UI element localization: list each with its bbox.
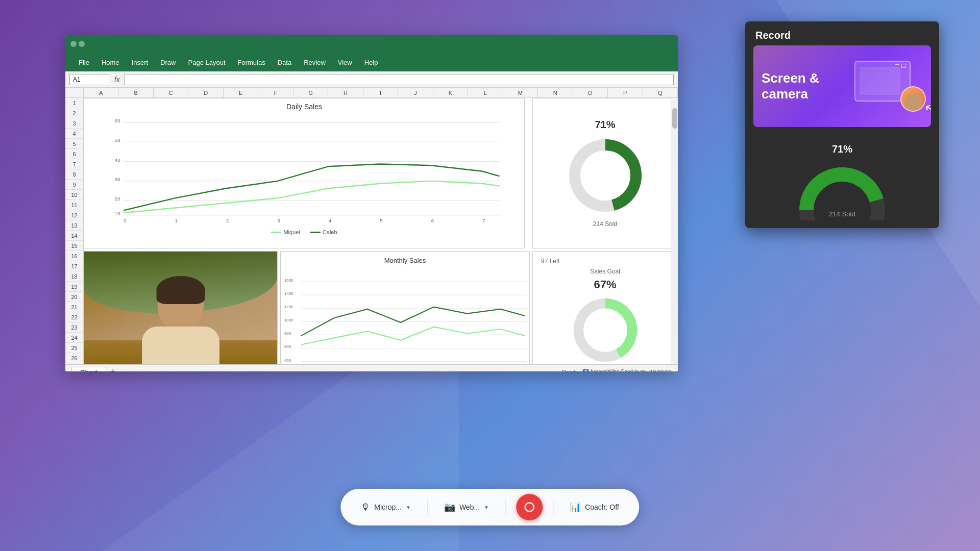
- toolbar-divider-1: [427, 499, 428, 515]
- sheet-tab-chart[interactable]: Chart: [71, 367, 106, 372]
- mockup-maximize: [901, 64, 905, 68]
- coach-icon: 📊: [570, 502, 581, 513]
- col-header-k: K: [433, 88, 468, 97]
- titlebar-dot-2: [79, 41, 85, 47]
- menu-pagelayout[interactable]: Page Layout: [183, 57, 231, 68]
- microphone-dropdown-arrow: ▼: [406, 505, 411, 510]
- mockup-screen-inner: [860, 67, 900, 95]
- col-header-h: H: [328, 88, 363, 97]
- menu-draw[interactable]: Draw: [155, 57, 181, 68]
- bottom-donut-percent: 67%: [594, 278, 616, 291]
- cell-reference-box[interactable]: A1: [69, 74, 110, 85]
- svg-text:4: 4: [329, 218, 332, 223]
- date-display: 10/20/21: [650, 369, 672, 372]
- menu-view[interactable]: View: [333, 57, 357, 68]
- record-button-inner: [524, 502, 534, 512]
- legend-color-miguel: [271, 232, 281, 233]
- record-panel: Record Screen & camera ↖ 71%: [745, 21, 939, 228]
- top-right-donut-area: 71% 214 Sold: [532, 98, 678, 248]
- row-14: 14: [65, 231, 83, 241]
- vertical-scrollbar[interactable]: [671, 98, 678, 371]
- menu-data[interactable]: Data: [273, 57, 297, 68]
- row-4: 4: [65, 129, 83, 139]
- col-header-b: B: [118, 88, 153, 97]
- row-25: 25: [65, 343, 83, 353]
- microphone-label: Microp...: [374, 503, 402, 511]
- recording-toolbar: 🎙 Microp... ▼ 📷 Web... ▼ 📊 Coach: Off: [340, 489, 639, 525]
- scrollbar-thumb[interactable]: [672, 108, 677, 129]
- legend-caleb: Caleb: [310, 229, 337, 235]
- formula-icon: fx: [114, 76, 120, 84]
- svg-text:1400: 1400: [284, 291, 293, 296]
- legend-label-miguel: Miguel: [283, 229, 300, 235]
- mockup-person-icon: [904, 93, 922, 112]
- col-header-i: I: [363, 88, 398, 97]
- card-mockup-illustration: [854, 61, 926, 112]
- col-header-a: A: [84, 88, 118, 97]
- sheet-tab-bar: Chart + Ready ♿ Accessibility: Good to g…: [65, 364, 678, 371]
- excel-menubar: File Home Insert Draw Page Layout Formul…: [65, 53, 678, 71]
- svg-text:60: 60: [115, 118, 120, 123]
- sales-goal-label: Sales Goal: [590, 268, 620, 275]
- webcam-label: Web...: [459, 503, 480, 511]
- row-5: 5: [65, 139, 83, 149]
- svg-text:800: 800: [284, 331, 291, 336]
- menu-help[interactable]: Help: [359, 57, 383, 68]
- svg-text:10: 10: [115, 211, 120, 216]
- svg-text:30: 30: [115, 177, 120, 182]
- coach-button[interactable]: 📊 Coach: Off: [564, 498, 625, 516]
- svg-text:3: 3: [277, 218, 280, 223]
- menu-home[interactable]: Home: [96, 57, 125, 68]
- row-2: 2: [65, 108, 83, 118]
- menu-review[interactable]: Review: [299, 57, 331, 68]
- row-6: 6: [65, 149, 83, 159]
- col-header-n: N: [538, 88, 573, 97]
- row-19: 19: [65, 282, 83, 292]
- row-7: 7: [65, 159, 83, 169]
- row-3: 3: [65, 118, 83, 129]
- formula-bar-input[interactable]: [124, 74, 674, 85]
- excel-window: File Home Insert Draw Page Layout Formul…: [65, 35, 678, 371]
- row-11: 11: [65, 200, 83, 210]
- svg-text:5: 5: [380, 218, 382, 223]
- left-count-label: 97 Left: [533, 258, 560, 265]
- excel-formulabar: A1 fx: [65, 71, 678, 88]
- microphone-button[interactable]: 🎙 Microp... ▼: [355, 499, 417, 516]
- svg-text:2: 2: [226, 218, 229, 223]
- bottom-donut-svg: [565, 294, 646, 366]
- daily-sales-title: Daily Sales: [84, 98, 524, 113]
- row-headers: 1 2 3 4 5 6 7 8 9 10 11 12 13 14 15 16 1…: [65, 98, 84, 371]
- screen-camera-label: Screen & camera: [762, 70, 843, 102]
- monthly-sales-chart: Monthly Sales 1600 1400 1200 1000 800 60…: [280, 251, 530, 371]
- row-8: 8: [65, 169, 83, 180]
- svg-text:1000: 1000: [284, 318, 293, 322]
- menu-file[interactable]: File: [74, 57, 94, 68]
- menu-formulas[interactable]: Formulas: [233, 57, 271, 68]
- screen-camera-card[interactable]: Screen & camera ↖: [753, 45, 931, 127]
- svg-text:1200: 1200: [284, 305, 293, 309]
- webcam-button[interactable]: 📷 Web... ▼: [438, 498, 495, 516]
- svg-text:600: 600: [284, 344, 291, 349]
- webcam-icon: 📷: [444, 502, 455, 513]
- col-header-o: O: [573, 88, 608, 97]
- microphone-icon: 🎙: [361, 502, 370, 513]
- row-13: 13: [65, 220, 83, 231]
- legend-label-caleb: Caleb: [323, 229, 337, 235]
- top-donut-sold-count: 214 Sold: [593, 220, 617, 228]
- row-1: 1: [65, 98, 83, 108]
- col-header-c: C: [154, 88, 188, 97]
- top-donut-percent: 71%: [595, 119, 615, 131]
- row-26: 26: [65, 353, 83, 363]
- col-corner: [65, 88, 84, 97]
- record-button[interactable]: [516, 494, 543, 520]
- titlebar-dot-1: [70, 41, 77, 47]
- row-22: 22: [65, 312, 83, 322]
- donut-percent-display: 71%: [755, 143, 929, 155]
- webcam-feed: [84, 252, 277, 371]
- column-headers: A B C D E F G H I J K L M N O P Q: [65, 88, 678, 98]
- col-header-q: Q: [643, 88, 678, 97]
- row-23: 23: [65, 322, 83, 333]
- svg-text:50: 50: [115, 137, 120, 143]
- add-sheet-button[interactable]: +: [110, 366, 116, 371]
- menu-insert[interactable]: Insert: [127, 57, 154, 68]
